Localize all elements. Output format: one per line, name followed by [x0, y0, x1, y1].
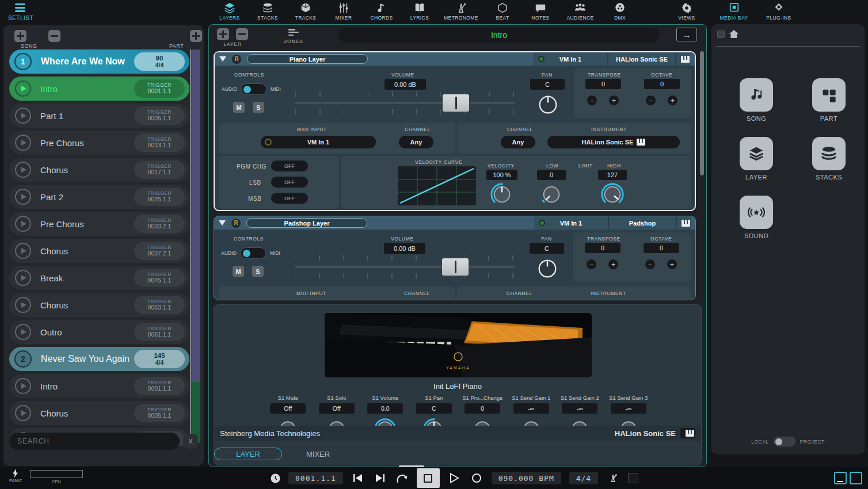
trigger-badge[interactable]: TRIGGER0013.1.1: [134, 133, 185, 152]
tab-metronome[interactable]: METRONOME: [439, 0, 484, 21]
pgm-chg-toggle[interactable]: OFF: [271, 161, 308, 171]
collapse-triangle-icon[interactable]: [219, 220, 226, 226]
media-item-stacks[interactable]: STACKS: [799, 137, 859, 181]
stop-button[interactable]: [417, 468, 440, 488]
tab-tracks[interactable]: TRACKS: [287, 0, 325, 21]
play-part-icon[interactable]: [15, 270, 31, 286]
setlist-tab[interactable]: SETLIST: [0, 0, 207, 24]
mute-button[interactable]: M: [233, 266, 244, 277]
velocity-value[interactable]: 100 %: [486, 170, 517, 180]
trigger-badge[interactable]: TRIGGER0001.1.1: [134, 377, 185, 395]
velocity-curve-graph[interactable]: [398, 166, 476, 205]
volume-value[interactable]: 0.00 dB: [384, 243, 425, 254]
tempo-badge[interactable]: 1454/4: [134, 350, 185, 368]
signature-display[interactable]: 4/4: [569, 472, 598, 484]
play-part-icon[interactable]: [15, 216, 31, 232]
go-to-end-button[interactable]: [373, 471, 387, 485]
param-value[interactable]: 0.0: [367, 403, 403, 414]
trigger-badge[interactable]: TRIGGER0037.2.1: [134, 242, 185, 260]
trigger-badge[interactable]: TRIGGER0045.1.1: [134, 269, 185, 287]
play-part-icon[interactable]: [15, 189, 31, 205]
param-value[interactable]: -∞: [611, 403, 646, 414]
midi-input-select[interactable]: VM In 1: [261, 136, 376, 148]
trigger-badge[interactable]: TRIGGER0061.1.1: [134, 323, 185, 341]
param-value[interactable]: 0: [465, 403, 500, 414]
click-enable-checkbox[interactable]: [628, 473, 638, 483]
collapse-triangle-icon[interactable]: [219, 56, 226, 62]
lsb-toggle[interactable]: OFF: [271, 177, 308, 188]
zones-icon[interactable]: [288, 29, 299, 37]
plugin-name[interactable]: HALion Sonic SE: [615, 428, 695, 438]
tab-mixer[interactable]: MIXER: [325, 0, 363, 21]
trigger-badge[interactable]: TRIGGER0025.1.1: [134, 188, 185, 206]
remove-layer-button[interactable]: [236, 28, 248, 40]
setlist-part-row[interactable]: Chorus TRIGGER0053.1.1: [9, 293, 189, 317]
transpose-plus-button[interactable]: +: [608, 259, 619, 270]
record-arm-button[interactable]: R: [232, 55, 241, 64]
volume-value[interactable]: 0.00 dB: [384, 79, 426, 90]
tab-views[interactable]: VIEWS: [668, 0, 706, 21]
layers-scrollbar[interactable]: [700, 51, 704, 175]
velocity-knob[interactable]: [490, 182, 514, 207]
volume-slider-handle[interactable]: [443, 94, 469, 112]
media-item-layer[interactable]: LAYER: [726, 137, 786, 181]
layer-instrument-select[interactable]: Padshop: [608, 216, 676, 230]
volume-slider[interactable]: [295, 255, 515, 278]
transpose-value[interactable]: 0: [585, 79, 621, 89]
layer-panel-piano[interactable]: R Piano Layer VM In 1 HALion Sonic SE CO…: [214, 51, 696, 211]
tab-chords[interactable]: CHORDS: [363, 0, 401, 21]
tempo-badge[interactable]: 904/4: [134, 52, 185, 71]
layer-header[interactable]: R Piano Layer VM In 1 HALion Sonic SE: [215, 52, 695, 66]
layer-header[interactable]: R Padshop Layer VM In 1 Padshop: [214, 216, 695, 230]
play-part-icon[interactable]: [15, 135, 31, 151]
media-item-song[interactable]: SONG: [726, 78, 786, 122]
instrument-channel-select[interactable]: Any: [501, 136, 535, 148]
search-input[interactable]: [9, 433, 180, 450]
setlist-part-row[interactable]: Intro TRIGGER0001.1.1: [9, 374, 189, 398]
tab-audience[interactable]: AUDIENCE: [559, 0, 601, 21]
play-part-icon[interactable]: [15, 162, 31, 178]
param-value[interactable]: -∞: [513, 403, 549, 414]
layer-name[interactable]: Padshop Layer: [246, 218, 367, 228]
go-to-start-button[interactable]: [351, 471, 365, 485]
transpose-minus-button[interactable]: –: [586, 259, 597, 270]
pan-knob[interactable]: [536, 93, 560, 117]
position-display[interactable]: 0001.1.1: [288, 472, 343, 484]
play-part-icon[interactable]: [15, 378, 31, 394]
cycle-button[interactable]: [395, 471, 409, 485]
media-item-part[interactable]: PART: [799, 78, 859, 122]
setlist-song-row[interactable]: 1 Where Are We Now 904/4: [9, 49, 189, 74]
setlist-part-row[interactable]: Intro TRIGGER0001.1.1: [9, 77, 189, 101]
play-part-icon[interactable]: [15, 324, 31, 340]
transpose-value[interactable]: 0: [585, 243, 620, 253]
open-plugin-button[interactable]: [680, 428, 695, 438]
tab-plug-ins[interactable]: PLUG-INS: [756, 0, 801, 23]
param-value[interactable]: -∞: [562, 403, 597, 414]
trigger-badge[interactable]: TRIGGER0033.2.1: [134, 215, 185, 233]
octave-minus-button[interactable]: –: [645, 259, 656, 270]
octave-minus-button[interactable]: –: [645, 95, 656, 106]
trigger-badge[interactable]: TRIGGER0005.1.1: [134, 404, 185, 422]
open-instrument-button[interactable]: [675, 52, 690, 66]
layer-panel-padshop[interactable]: R Padshop Layer VM In 1 Padshop CONTROLS…: [214, 216, 696, 300]
transpose-plus-button[interactable]: +: [608, 95, 619, 106]
search-clear-button[interactable]: X: [183, 434, 198, 449]
layer-instrument-select[interactable]: HALion Sonic SE: [607, 52, 675, 66]
tab-beat[interactable]: BEAT: [484, 0, 521, 21]
tab-layer[interactable]: LAYER: [214, 448, 282, 460]
volume-slider[interactable]: [295, 91, 515, 114]
next-part-button[interactable]: →: [676, 28, 697, 41]
play-part-icon[interactable]: [15, 297, 31, 313]
setlist-part-row[interactable]: Outro TRIGGER0061.1.1: [9, 320, 189, 344]
setlist-song-row[interactable]: 2 Never Saw You Again 1454/4: [9, 347, 189, 371]
media-item-sound[interactable]: SOUND: [726, 196, 786, 239]
current-part-display[interactable]: Intro: [338, 28, 660, 43]
tab-media-bay[interactable]: MEDIA BAY: [711, 0, 756, 23]
solo-button[interactable]: S: [252, 266, 264, 277]
pan-knob[interactable]: [535, 257, 559, 281]
record-button[interactable]: [470, 471, 484, 485]
setlist-part-row[interactable]: Part 1 TRIGGER0005.1.1: [9, 104, 189, 128]
local-project-toggle[interactable]: LOCAL PROJECT: [711, 437, 865, 446]
msb-toggle[interactable]: OFF: [271, 193, 308, 204]
midi-channel-select[interactable]: Any: [399, 136, 433, 148]
